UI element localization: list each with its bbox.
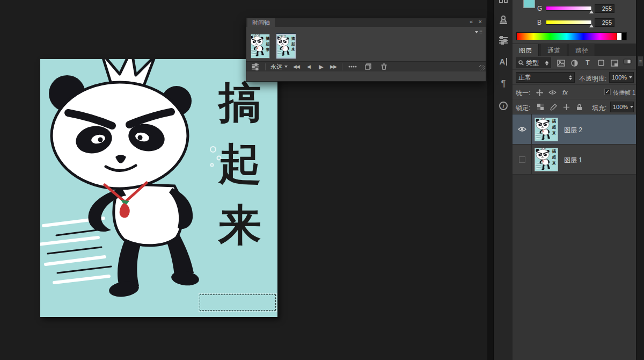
character-panel-icon[interactable]: A: [496, 55, 510, 69]
selection-marquee: [200, 294, 276, 311]
green-slider[interactable]: [546, 6, 592, 11]
green-slider-row: G: [537, 4, 618, 13]
document-canvas[interactable]: [40, 59, 277, 317]
tab-channels[interactable]: 通道: [541, 44, 567, 56]
timeline-playbar: 永远 ◀◀ ◀ ▶ ▶▶: [246, 61, 486, 71]
layer-thumbnail[interactable]: [535, 148, 558, 171]
propagate-frame-checkbox[interactable]: ✓: [604, 89, 611, 95]
lock-label: 锁定:: [516, 104, 530, 113]
paragraph-glyph: ¶: [501, 78, 506, 89]
blue-label: B: [537, 19, 541, 26]
convert-to-video-timeline-icon[interactable]: [250, 62, 260, 71]
filter-smart-objects-icon[interactable]: [609, 58, 620, 68]
search-icon: [518, 60, 524, 66]
tab-layers[interactable]: 图层: [513, 44, 539, 56]
black-swatch[interactable]: [622, 32, 627, 40]
blue-slider-handle[interactable]: [589, 24, 594, 27]
filter-shape-layers-icon[interactable]: [596, 58, 606, 68]
white-swatch[interactable]: [617, 32, 622, 40]
lock-transparency-icon[interactable]: [535, 102, 546, 112]
opacity-label: 不透明度:: [579, 74, 606, 83]
photoshop-window: A ¶ i G B: [0, 0, 644, 360]
layer-filter-row: 类型 T: [513, 56, 636, 70]
layer-name[interactable]: 图层 2: [564, 126, 582, 135]
menu-lines-icon: ≡: [479, 29, 482, 35]
frame-thumbnail[interactable]: 2: [276, 34, 296, 59]
blue-value-field[interactable]: [595, 18, 614, 27]
color-spectrum-ramp[interactable]: [516, 32, 617, 40]
close-panel-icon[interactable]: ×: [479, 18, 482, 25]
collapse-panel-icon[interactable]: «: [470, 18, 473, 25]
fill-dropdown[interactable]: 100%: [610, 102, 634, 112]
lock-position-icon[interactable]: [561, 102, 572, 112]
filter-adjustment-layers-icon[interactable]: [569, 58, 580, 68]
previous-frame-button[interactable]: ◀: [305, 64, 312, 69]
opacity-dropdown[interactable]: 100%: [609, 72, 634, 83]
unify-visibility-icon[interactable]: [547, 88, 558, 97]
clipped-panel-icon[interactable]: [496, 0, 510, 9]
first-frame-button[interactable]: ◀◀: [292, 64, 300, 69]
blue-slider[interactable]: [546, 20, 592, 25]
layer-thumbnail[interactable]: [535, 118, 558, 141]
unify-row: 统一: fx ✓ 传播帧 1: [513, 85, 636, 99]
frame-thumbnail[interactable]: 1: [251, 34, 270, 59]
panel-tabbar: 图层 通道 路径: [513, 44, 636, 56]
filter-type-dropdown[interactable]: 类型: [516, 57, 551, 68]
filter-type-layers-icon[interactable]: T: [582, 58, 593, 68]
tab-paths[interactable]: 路径: [569, 44, 595, 56]
unify-label: 统一:: [516, 89, 530, 98]
panel-edge-strip: ≡: [636, 0, 644, 360]
panel-dock: A ¶ i: [493, 0, 513, 360]
next-frame-button[interactable]: ▶▶: [330, 64, 337, 69]
paragraph-panel-icon[interactable]: ¶: [496, 77, 510, 91]
duplicate-frame-icon[interactable]: [363, 62, 374, 71]
divider: [265, 63, 266, 70]
panel-menu-icon[interactable]: ≡: [638, 56, 643, 67]
blue-slider-row: B: [537, 18, 618, 27]
unify-position-icon[interactable]: [534, 88, 545, 97]
play-button[interactable]: ▶: [317, 63, 325, 70]
layer-row-2[interactable]: 图层 2: [513, 114, 636, 145]
chevron-down-icon: [284, 66, 288, 68]
lock-pixels-brush-icon[interactable]: [548, 102, 559, 112]
green-label: G: [537, 5, 542, 12]
chevron-down-icon: [630, 106, 633, 108]
visibility-toggle[interactable]: [513, 114, 532, 144]
delete-frame-icon[interactable]: [378, 62, 389, 71]
clone-source-panel-icon[interactable]: [496, 13, 510, 27]
timeline-titlebar[interactable]: 时间轴 « ×: [246, 18, 486, 27]
layer-name[interactable]: 图层 1: [564, 156, 582, 165]
info-panel-icon[interactable]: i: [496, 99, 510, 113]
lock-fill-row: 锁定: 填充: 100%: [513, 99, 636, 114]
hidden-eye-box: [519, 156, 525, 163]
lock-buttons: [535, 102, 584, 112]
timeline-menu-icon[interactable]: ≡: [475, 29, 482, 35]
timeline-tab[interactable]: 时间轴: [247, 18, 275, 27]
adjustments-panel-icon[interactable]: [496, 33, 510, 47]
check-icon: ✓: [605, 89, 610, 95]
visibility-toggle[interactable]: [513, 145, 532, 174]
loop-count-value: 永远: [270, 63, 282, 71]
blend-mode-dropdown[interactable]: 正常: [516, 72, 575, 83]
filter-pixel-layers-icon[interactable]: [555, 58, 566, 68]
green-value-field[interactable]: [595, 4, 614, 13]
loop-count-dropdown[interactable]: 永远: [270, 63, 288, 71]
lock-all-icon[interactable]: [574, 102, 584, 112]
fill-label: 填充:: [592, 104, 606, 113]
right-panel-column: G B 图层 通道 路径: [513, 0, 636, 360]
eye-icon: [518, 126, 526, 132]
foreground-color-swatch[interactable]: [523, 0, 535, 8]
frame-number: 2: [279, 35, 281, 40]
green-slider-handle[interactable]: [589, 10, 594, 13]
fill-value: 100%: [613, 104, 628, 110]
resize-grip[interactable]: [479, 65, 485, 70]
layer-list: 图层 2 图层 1: [513, 114, 636, 175]
blend-mode-value: 正常: [518, 73, 531, 82]
timeline-panel: 时间轴 « × ≡ 1 0秒 2: [246, 18, 486, 82]
filter-toggle-switch[interactable]: [623, 58, 632, 67]
tween-frames-icon[interactable]: [347, 62, 358, 71]
unify-style-icon[interactable]: fx: [560, 88, 570, 97]
character-glyph: A: [500, 58, 508, 66]
frame-number: 1: [252, 34, 255, 40]
layer-row-1[interactable]: 图层 1: [513, 145, 636, 175]
